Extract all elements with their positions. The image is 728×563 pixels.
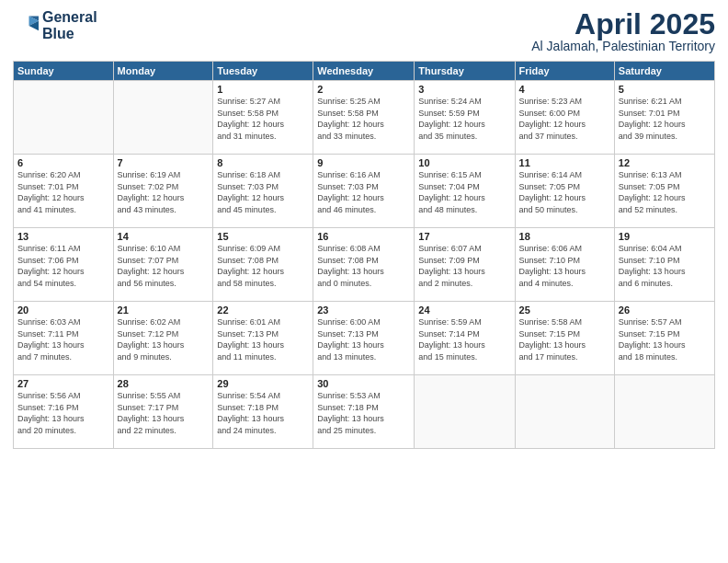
calendar-cell: 30Sunrise: 5:53 AMSunset: 7:18 PMDayligh… — [313, 375, 415, 449]
day-info: Sunrise: 5:27 AMSunset: 5:58 PMDaylight:… — [217, 96, 309, 142]
calendar-week-row: 27Sunrise: 5:56 AMSunset: 7:16 PMDayligh… — [14, 375, 715, 449]
day-info: Sunrise: 6:08 AMSunset: 7:08 PMDaylight:… — [317, 243, 410, 289]
day-number: 20 — [17, 304, 109, 316]
calendar-cell: 21Sunrise: 6:02 AMSunset: 7:12 PMDayligh… — [113, 302, 213, 375]
logo-line2: Blue — [42, 26, 97, 42]
calendar-cell: 2Sunrise: 5:25 AMSunset: 5:58 PMDaylight… — [313, 81, 415, 155]
day-info: Sunrise: 6:18 AMSunset: 7:03 PMDaylight:… — [217, 169, 309, 215]
calendar-week-row: 13Sunrise: 6:11 AMSunset: 7:06 PMDayligh… — [14, 228, 715, 302]
calendar-cell: 13Sunrise: 6:11 AMSunset: 7:06 PMDayligh… — [14, 228, 114, 302]
day-info: Sunrise: 6:13 AMSunset: 7:05 PMDaylight:… — [619, 169, 711, 215]
calendar-cell: 12Sunrise: 6:13 AMSunset: 7:05 PMDayligh… — [614, 155, 714, 228]
day-number: 22 — [217, 304, 309, 316]
day-info: Sunrise: 6:09 AMSunset: 7:08 PMDaylight:… — [217, 243, 309, 289]
day-info: Sunrise: 6:00 AMSunset: 7:13 PMDaylight:… — [317, 316, 410, 362]
calendar-cell — [113, 81, 213, 155]
day-number: 29 — [217, 378, 309, 389]
page: General Blue April 2025 Al Jalamah, Pale… — [0, 0, 728, 563]
day-info: Sunrise: 6:06 AMSunset: 7:10 PMDaylight:… — [519, 243, 610, 289]
col-tuesday: Tuesday — [213, 62, 313, 81]
day-info: Sunrise: 6:15 AMSunset: 7:04 PMDaylight:… — [418, 169, 510, 215]
day-number: 19 — [619, 231, 711, 242]
calendar-cell: 18Sunrise: 6:06 AMSunset: 7:10 PMDayligh… — [515, 228, 614, 302]
col-sunday: Sunday — [14, 62, 114, 81]
day-number: 27 — [17, 378, 109, 389]
day-number: 12 — [619, 157, 711, 168]
calendar: Sunday Monday Tuesday Wednesday Thursday… — [13, 61, 715, 449]
day-info: Sunrise: 5:25 AMSunset: 5:58 PMDaylight:… — [317, 96, 410, 142]
logo-line1: General — [42, 9, 97, 26]
day-info: Sunrise: 5:57 AMSunset: 7:15 PMDaylight:… — [619, 316, 711, 362]
day-number: 16 — [317, 231, 410, 242]
calendar-cell: 20Sunrise: 6:03 AMSunset: 7:11 PMDayligh… — [14, 302, 114, 375]
day-number: 6 — [17, 157, 109, 168]
day-info: Sunrise: 6:02 AMSunset: 7:12 PMDaylight:… — [118, 316, 210, 362]
day-number: 17 — [418, 231, 510, 242]
day-info: Sunrise: 6:21 AMSunset: 7:01 PMDaylight:… — [619, 96, 711, 142]
day-number: 23 — [317, 304, 410, 316]
calendar-cell — [515, 375, 614, 449]
day-number: 30 — [317, 378, 410, 389]
calendar-cell: 5Sunrise: 6:21 AMSunset: 7:01 PMDaylight… — [614, 81, 714, 155]
day-info: Sunrise: 5:53 AMSunset: 7:18 PMDaylight:… — [317, 390, 410, 436]
col-saturday: Saturday — [614, 62, 714, 81]
day-number: 1 — [217, 84, 309, 95]
day-number: 5 — [619, 84, 711, 95]
day-info: Sunrise: 6:03 AMSunset: 7:11 PMDaylight:… — [17, 316, 109, 362]
day-info: Sunrise: 5:54 AMSunset: 7:18 PMDaylight:… — [217, 390, 309, 436]
calendar-cell: 11Sunrise: 6:14 AMSunset: 7:05 PMDayligh… — [515, 155, 614, 228]
calendar-cell: 27Sunrise: 5:56 AMSunset: 7:16 PMDayligh… — [14, 375, 114, 449]
day-number: 8 — [217, 157, 309, 168]
calendar-cell: 17Sunrise: 6:07 AMSunset: 7:09 PMDayligh… — [415, 228, 515, 302]
header: General Blue April 2025 Al Jalamah, Pale… — [13, 9, 715, 53]
day-info: Sunrise: 6:01 AMSunset: 7:13 PMDaylight:… — [217, 316, 309, 362]
day-info: Sunrise: 5:24 AMSunset: 5:59 PMDaylight:… — [418, 96, 510, 142]
calendar-cell: 10Sunrise: 6:15 AMSunset: 7:04 PMDayligh… — [415, 155, 515, 228]
calendar-week-row: 1Sunrise: 5:27 AMSunset: 5:58 PMDaylight… — [14, 81, 715, 155]
day-number: 15 — [217, 231, 309, 242]
day-number: 26 — [619, 304, 711, 316]
day-info: Sunrise: 6:11 AMSunset: 7:06 PMDaylight:… — [17, 243, 109, 289]
col-friday: Friday — [515, 62, 614, 81]
calendar-cell: 8Sunrise: 6:18 AMSunset: 7:03 PMDaylight… — [213, 155, 313, 228]
calendar-cell: 7Sunrise: 6:19 AMSunset: 7:02 PMDaylight… — [113, 155, 213, 228]
day-number: 9 — [317, 157, 410, 168]
calendar-cell: 29Sunrise: 5:54 AMSunset: 7:18 PMDayligh… — [213, 375, 313, 449]
month-title: April 2025 — [531, 9, 715, 39]
calendar-cell — [415, 375, 515, 449]
day-number: 4 — [519, 84, 610, 95]
day-info: Sunrise: 5:59 AMSunset: 7:14 PMDaylight:… — [418, 316, 510, 362]
calendar-cell: 23Sunrise: 6:00 AMSunset: 7:13 PMDayligh… — [313, 302, 415, 375]
calendar-week-row: 20Sunrise: 6:03 AMSunset: 7:11 PMDayligh… — [14, 302, 715, 375]
day-info: Sunrise: 6:04 AMSunset: 7:10 PMDaylight:… — [619, 243, 711, 289]
day-info: Sunrise: 6:16 AMSunset: 7:03 PMDaylight:… — [317, 169, 410, 215]
logo-text: General Blue — [42, 9, 97, 41]
day-number: 3 — [418, 84, 510, 95]
calendar-cell: 4Sunrise: 5:23 AMSunset: 6:00 PMDaylight… — [515, 81, 614, 155]
day-info: Sunrise: 5:23 AMSunset: 6:00 PMDaylight:… — [519, 96, 610, 142]
calendar-cell: 26Sunrise: 5:57 AMSunset: 7:15 PMDayligh… — [614, 302, 714, 375]
calendar-header-row: Sunday Monday Tuesday Wednesday Thursday… — [14, 62, 715, 81]
col-thursday: Thursday — [415, 62, 515, 81]
calendar-cell — [14, 81, 114, 155]
calendar-cell: 28Sunrise: 5:55 AMSunset: 7:17 PMDayligh… — [113, 375, 213, 449]
logo-icon — [13, 13, 39, 39]
title-area: April 2025 Al Jalamah, Palestinian Terri… — [531, 9, 715, 53]
day-number: 13 — [17, 231, 109, 242]
day-number: 14 — [118, 231, 210, 242]
calendar-cell: 24Sunrise: 5:59 AMSunset: 7:14 PMDayligh… — [415, 302, 515, 375]
calendar-cell: 22Sunrise: 6:01 AMSunset: 7:13 PMDayligh… — [213, 302, 313, 375]
calendar-cell: 25Sunrise: 5:58 AMSunset: 7:15 PMDayligh… — [515, 302, 614, 375]
day-number: 10 — [418, 157, 510, 168]
calendar-cell: 16Sunrise: 6:08 AMSunset: 7:08 PMDayligh… — [313, 228, 415, 302]
day-info: Sunrise: 6:07 AMSunset: 7:09 PMDaylight:… — [418, 243, 510, 289]
day-number: 18 — [519, 231, 610, 242]
calendar-cell: 14Sunrise: 6:10 AMSunset: 7:07 PMDayligh… — [113, 228, 213, 302]
location: Al Jalamah, Palestinian Territory — [531, 39, 715, 53]
day-info: Sunrise: 5:55 AMSunset: 7:17 PMDaylight:… — [118, 390, 210, 436]
day-info: Sunrise: 6:20 AMSunset: 7:01 PMDaylight:… — [17, 169, 109, 215]
calendar-week-row: 6Sunrise: 6:20 AMSunset: 7:01 PMDaylight… — [14, 155, 715, 228]
calendar-cell: 19Sunrise: 6:04 AMSunset: 7:10 PMDayligh… — [614, 228, 714, 302]
day-info: Sunrise: 6:10 AMSunset: 7:07 PMDaylight:… — [118, 243, 210, 289]
day-info: Sunrise: 6:19 AMSunset: 7:02 PMDaylight:… — [118, 169, 210, 215]
